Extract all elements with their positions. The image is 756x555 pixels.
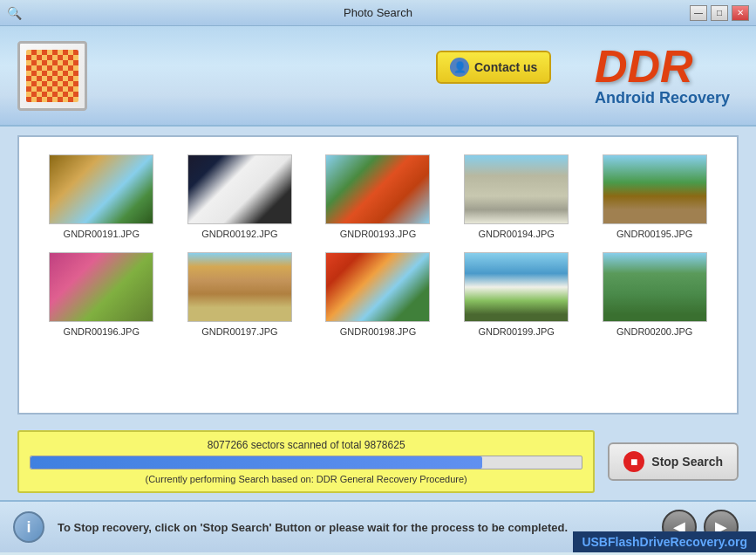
sectors-text: 8077266 sectors scanned of total 9878625 [30, 439, 582, 451]
photo-thumbnail [49, 252, 153, 322]
list-item[interactable]: GNDR00200.JPG [589, 252, 719, 337]
photo-filename: GNDR00196.JPG [64, 326, 140, 337]
footer: i To Stop recovery, click on 'Stop Searc… [0, 500, 756, 552]
photo-thumbnail [187, 154, 292, 224]
photo-thumbnail [464, 252, 569, 322]
progress-bar-background [30, 456, 582, 469]
photo-thumbnail [325, 252, 430, 322]
stop-icon: ■ [623, 451, 644, 472]
photo-thumbnail [49, 154, 153, 224]
procedure-text: (Currently performing Search based on: D… [30, 474, 582, 484]
minimize-button[interactable]: — [690, 5, 707, 21]
info-icon: i [13, 511, 44, 543]
photo-thumbnail [325, 154, 430, 224]
window-title: Photo Search [344, 6, 412, 19]
logo-icon [26, 50, 78, 102]
footer-info-text: To Stop recovery, click on 'Stop Search'… [58, 521, 649, 534]
brand-sub: Android Recovery [595, 89, 730, 107]
photo-filename: GNDR00199.JPG [478, 326, 554, 337]
photo-thumbnail [187, 252, 292, 322]
progress-bar-fill [31, 456, 482, 469]
photo-filename: GNDR00193.JPG [340, 229, 416, 239]
list-item[interactable]: GNDR00199.JPG [452, 252, 582, 337]
list-item[interactable]: GNDR00196.JPG [37, 252, 167, 337]
photo-filename: GNDR00192.JPG [201, 229, 277, 239]
window-controls: — □ ✕ [690, 5, 749, 21]
close-button[interactable]: ✕ [732, 5, 749, 21]
footer-brand: USBFlashDriveRecovery.org [573, 531, 756, 552]
progress-box: 8077266 sectors scanned of total 9878625… [17, 430, 595, 493]
list-item[interactable]: GNDR00198.JPG [313, 252, 443, 337]
title-bar: 🔍 Photo Search — □ ✕ [0, 0, 756, 26]
list-item[interactable]: GNDR00195.JPG [589, 154, 719, 239]
progress-area: 8077266 sectors scanned of total 9878625… [0, 423, 756, 500]
photo-filename: GNDR00191.JPG [64, 229, 140, 239]
header: 👤 Contact us DDR Android Recovery [0, 26, 756, 127]
contact-button[interactable]: 👤 Contact us [436, 51, 551, 84]
stop-search-button[interactable]: ■ Stop Search [608, 442, 739, 481]
maximize-button[interactable]: □ [711, 5, 728, 21]
list-item[interactable]: GNDR00197.JPG [175, 252, 305, 337]
photo-thumbnail [603, 252, 707, 322]
photo-filename: GNDR00194.JPG [478, 229, 554, 239]
main-content: GNDR00191.JPGGNDR00192.JPGGNDR00193.JPGG… [0, 127, 756, 423]
list-item[interactable]: GNDR00192.JPG [175, 154, 305, 239]
brand-ddr: DDR [595, 44, 730, 89]
photo-filename: GNDR00200.JPG [616, 326, 692, 337]
app-icon: 🔍 [7, 6, 22, 20]
photo-thumbnail [464, 154, 569, 224]
app-logo [17, 41, 87, 111]
photo-filename: GNDR00195.JPG [616, 229, 692, 239]
photo-thumbnail [603, 154, 707, 224]
list-item[interactable]: GNDR00193.JPG [313, 154, 443, 239]
list-item[interactable]: GNDR00194.JPG [452, 154, 582, 239]
brand-area: DDR Android Recovery [595, 44, 730, 107]
photo-grid-container[interactable]: GNDR00191.JPGGNDR00192.JPGGNDR00193.JPGG… [17, 135, 739, 415]
list-item[interactable]: GNDR00191.JPG [37, 154, 167, 239]
photo-grid: GNDR00191.JPGGNDR00192.JPGGNDR00193.JPGG… [28, 146, 728, 346]
contact-icon: 👤 [450, 58, 469, 77]
photo-filename: GNDR00197.JPG [201, 326, 277, 337]
photo-filename: GNDR00198.JPG [340, 326, 416, 337]
